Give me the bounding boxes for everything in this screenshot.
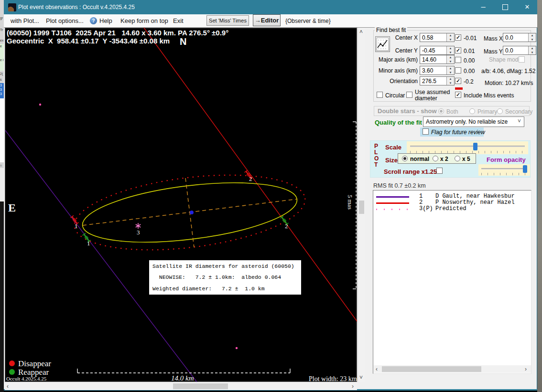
shape-model-checkbox[interactable] <box>519 56 525 63</box>
scale-bar-label: 14.0 km <box>171 374 194 382</box>
minor-axis-fit-checkbox[interactable] <box>455 67 461 74</box>
double-stars-both-radio[interactable] <box>438 108 444 114</box>
scroll-left-icon[interactable]: ‹ <box>376 366 378 372</box>
quality-label: Quality of the fit <box>375 119 422 126</box>
spin-down-icon[interactable]: ▼ <box>529 51 536 55</box>
minor-axis-updown[interactable]: ▲▼ <box>446 66 454 74</box>
minor-axis-value[interactable]: 3.60 <box>420 66 446 74</box>
double-stars-secondary-radio[interactable] <box>497 108 503 114</box>
chord1-line-swatch <box>376 196 409 198</box>
mass-x-updown[interactable]: ▲▼ <box>528 33 536 42</box>
size-x5-radio[interactable] <box>455 156 460 161</box>
minimize-button[interactable]: ─ <box>473 0 494 14</box>
help-icon: ? <box>90 17 97 24</box>
include-miss-checkbox[interactable] <box>455 92 461 98</box>
center-x-spinner[interactable]: 0.58 ▲▼ <box>420 33 455 42</box>
set-miss-times-button[interactable]: Set 'Miss' Times <box>206 15 249 26</box>
desktop-edge <box>537 0 542 392</box>
major-axis-spinner[interactable]: 14.60 ▲▼ <box>420 55 455 64</box>
major-axis-fit-checkbox[interactable] <box>455 57 461 63</box>
menu-exit[interactable]: Exit <box>173 17 184 24</box>
mass-y-value[interactable]: 0.0 <box>503 46 528 54</box>
plot-letter-l: L <box>374 149 378 156</box>
mass-x-spinner[interactable]: 0.0 ▲▼ <box>503 33 536 42</box>
center-x-value[interactable]: 0.58 <box>420 33 446 42</box>
plot-letter-t: T <box>374 161 378 168</box>
spin-up-icon[interactable]: ▲ <box>529 33 536 38</box>
east-label: E <box>8 201 16 214</box>
scroll-down-icon[interactable]: ˅ <box>359 374 363 381</box>
size-x5-label: x 5 <box>462 156 470 162</box>
menu-plot-options[interactable]: Plot options... <box>46 17 84 24</box>
scroll-right-icon[interactable]: › <box>525 366 527 372</box>
menu-keep-on-top[interactable]: Keep form on top <box>120 17 168 24</box>
center-x-delta: -0.01 <box>464 35 477 42</box>
horizontal-scroll-thumb[interactable] <box>173 383 228 389</box>
menu-with-plot[interactable]: with Plot... <box>11 17 39 24</box>
scroll-up-icon[interactable]: ˄ <box>359 29 363 35</box>
list-horizontal-scrollbar[interactable]: ‹ › <box>374 365 531 373</box>
background-list-rows: e e i <box>0 44 4 71</box>
background-text-fragment: n <box>0 163 2 168</box>
form-opacity-slider[interactable] <box>478 164 530 176</box>
double-stars-primary-radio[interactable] <box>469 108 475 114</box>
center-y-fit-checkbox[interactable] <box>455 47 461 53</box>
use-assumed-diameter-checkbox[interactable] <box>406 92 412 98</box>
titlebar[interactable]: Plot event observations : Occult v.4.202… <box>4 0 537 14</box>
plot-horizontal-scrollbar[interactable]: ‹ › <box>5 382 357 390</box>
spin-down-icon[interactable]: ▼ <box>447 81 454 85</box>
mass-x-value[interactable]: 0.0 <box>503 33 528 42</box>
center-y-spinner[interactable]: -0.45 ▲▼ <box>420 46 455 55</box>
orientation-spinner[interactable]: 276.5 ▲▼ <box>420 76 455 85</box>
size-x2-radio[interactable] <box>433 156 438 161</box>
orientation-updown[interactable]: ▲▼ <box>446 77 454 85</box>
predicted-asterisk <box>136 223 141 229</box>
circular-checkbox[interactable] <box>377 92 383 98</box>
form-opacity-thumb[interactable] <box>523 165 527 173</box>
info-line3: Weighted diameter: 7.2 ± 1.0 km <box>152 286 265 292</box>
vertical-scroll-thumb[interactable] <box>359 201 364 214</box>
spin-down-icon[interactable]: ▼ <box>447 51 454 55</box>
menu-help[interactable]: Help <box>99 17 112 24</box>
spin-up-icon[interactable]: ▲ <box>447 46 454 51</box>
major-axis-updown[interactable]: ▲▼ <box>446 55 454 64</box>
mass-y-updown[interactable]: ▲▼ <box>528 46 536 54</box>
scroll-left-icon[interactable]: ‹ <box>7 383 9 390</box>
scale-slider-thumb[interactable] <box>473 143 477 150</box>
size-normal-radio[interactable] <box>402 156 408 161</box>
observations-list[interactable]: 1 D Gault, near Hawkesbur 2 P Nosworthy,… <box>373 190 531 374</box>
plot-vertical-scrollbar[interactable]: ˄ ˅ <box>358 28 365 382</box>
mass-y-spinner[interactable]: 0.0 ▲▼ <box>503 46 536 55</box>
version-label: Occult 4.2025.4.25 <box>6 376 46 381</box>
maximize-icon <box>502 4 508 10</box>
size-x2-label: x 2 <box>440 156 448 162</box>
orientation-value[interactable]: 276.5 <box>420 77 446 85</box>
scroll-right-icon[interactable]: › <box>352 383 354 390</box>
orientation-fit-checkbox[interactable] <box>455 78 461 84</box>
scale-slider[interactable] <box>407 141 528 154</box>
flag-review-checkbox[interactable] <box>423 128 429 135</box>
form-opacity-label: Form opacity <box>487 156 526 163</box>
scale-bar <box>77 369 290 373</box>
editor-button[interactable]: →Editor <box>253 14 281 26</box>
spin-up-icon[interactable]: ▲ <box>447 55 454 60</box>
spin-up-icon[interactable]: ▲ <box>447 77 454 81</box>
center-x-fit-checkbox[interactable] <box>455 34 461 41</box>
center-y-value[interactable]: -0.45 <box>420 46 446 54</box>
spin-down-icon[interactable]: ▼ <box>529 38 536 42</box>
list-scroll-thumb[interactable] <box>382 366 481 372</box>
close-button[interactable]: ✕ <box>517 0 538 14</box>
spin-down-icon[interactable]: ▼ <box>447 60 454 64</box>
major-axis-value[interactable]: 14.60 <box>420 55 446 64</box>
center-x-updown[interactable]: ▲▼ <box>446 33 454 42</box>
spin-up-icon[interactable]: ▲ <box>447 33 454 38</box>
center-y-updown[interactable]: ▲▼ <box>446 46 454 54</box>
quality-dropdown[interactable]: Astrometry only. No reliable size ˅ <box>423 117 524 127</box>
scroll-range-checkbox[interactable] <box>436 168 443 174</box>
maximize-button[interactable] <box>495 0 516 14</box>
spin-down-icon[interactable]: ▼ <box>447 71 454 75</box>
spin-up-icon[interactable]: ▲ <box>529 46 536 51</box>
spin-up-icon[interactable]: ▲ <box>447 66 454 71</box>
minor-axis-spinner[interactable]: 3.60 ▲▼ <box>420 66 455 75</box>
spin-down-icon[interactable]: ▼ <box>447 38 454 42</box>
